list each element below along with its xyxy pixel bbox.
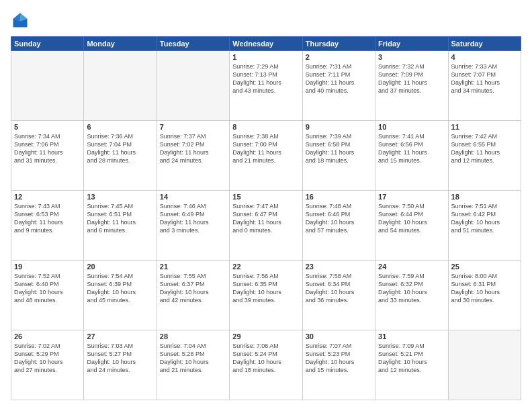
day-number: 22 bbox=[232, 263, 299, 271]
calendar-cell: 26Sunrise: 7:02 AM Sunset: 5:29 PM Dayli… bbox=[11, 330, 84, 400]
day-info: Sunrise: 7:29 AM Sunset: 7:13 PM Dayligh… bbox=[232, 62, 299, 95]
day-number: 3 bbox=[378, 53, 445, 61]
calendar-cell: 10Sunrise: 7:41 AM Sunset: 6:56 PM Dayli… bbox=[375, 121, 448, 191]
day-info: Sunrise: 7:39 AM Sunset: 6:58 PM Dayligh… bbox=[306, 132, 372, 165]
day-number: 4 bbox=[451, 53, 518, 61]
day-info: Sunrise: 7:07 AM Sunset: 5:23 PM Dayligh… bbox=[306, 342, 372, 375]
calendar-cell: 18Sunrise: 7:51 AM Sunset: 6:42 PM Dayli… bbox=[448, 191, 521, 261]
calendar-cell: 14Sunrise: 7:46 AM Sunset: 6:49 PM Dayli… bbox=[157, 191, 229, 261]
day-info: Sunrise: 7:38 AM Sunset: 7:00 PM Dayligh… bbox=[232, 132, 299, 165]
calendar-cell: 28Sunrise: 7:04 AM Sunset: 5:26 PM Dayli… bbox=[157, 330, 229, 400]
week-row-4: 19Sunrise: 7:52 AM Sunset: 6:40 PM Dayli… bbox=[11, 261, 521, 330]
day-number: 6 bbox=[87, 123, 153, 131]
page: SundayMondayTuesdayWednesdayThursdayFrid… bbox=[0, 0, 532, 411]
calendar-cell: 3Sunrise: 7:32 AM Sunset: 7:09 PM Daylig… bbox=[375, 51, 448, 121]
day-number: 17 bbox=[378, 193, 445, 201]
day-number: 15 bbox=[232, 193, 299, 201]
day-number: 25 bbox=[451, 263, 518, 271]
day-number: 1 bbox=[232, 53, 299, 61]
day-number: 21 bbox=[160, 263, 226, 271]
logo-icon bbox=[11, 11, 30, 30]
day-info: Sunrise: 7:43 AM Sunset: 6:53 PM Dayligh… bbox=[14, 202, 81, 235]
day-number: 13 bbox=[87, 193, 153, 201]
day-number: 20 bbox=[87, 263, 153, 271]
calendar-cell: 9Sunrise: 7:39 AM Sunset: 6:58 PM Daylig… bbox=[302, 121, 375, 191]
day-info: Sunrise: 7:03 AM Sunset: 5:27 PM Dayligh… bbox=[87, 342, 153, 375]
day-info: Sunrise: 7:58 AM Sunset: 6:34 PM Dayligh… bbox=[306, 272, 372, 305]
day-info: Sunrise: 7:02 AM Sunset: 5:29 PM Dayligh… bbox=[14, 342, 81, 375]
day-number: 31 bbox=[378, 332, 445, 340]
calendar-cell: 20Sunrise: 7:54 AM Sunset: 6:39 PM Dayli… bbox=[84, 261, 157, 330]
day-info: Sunrise: 7:31 AM Sunset: 7:11 PM Dayligh… bbox=[306, 62, 372, 95]
day-info: Sunrise: 7:42 AM Sunset: 6:55 PM Dayligh… bbox=[451, 132, 518, 165]
week-row-2: 5Sunrise: 7:34 AM Sunset: 7:06 PM Daylig… bbox=[11, 121, 521, 191]
day-number: 30 bbox=[306, 332, 372, 340]
day-info: Sunrise: 7:37 AM Sunset: 7:02 PM Dayligh… bbox=[160, 132, 226, 165]
calendar-cell bbox=[157, 51, 229, 121]
calendar-cell bbox=[448, 330, 521, 400]
calendar-cell: 7Sunrise: 7:37 AM Sunset: 7:02 PM Daylig… bbox=[157, 121, 229, 191]
day-info: Sunrise: 7:45 AM Sunset: 6:51 PM Dayligh… bbox=[87, 202, 153, 235]
day-number: 9 bbox=[306, 123, 372, 131]
day-info: Sunrise: 7:04 AM Sunset: 5:26 PM Dayligh… bbox=[160, 342, 226, 375]
calendar-cell: 2Sunrise: 7:31 AM Sunset: 7:11 PM Daylig… bbox=[302, 51, 375, 121]
calendar-cell: 4Sunrise: 7:33 AM Sunset: 7:07 PM Daylig… bbox=[448, 51, 521, 121]
calendar-cell: 21Sunrise: 7:55 AM Sunset: 6:37 PM Dayli… bbox=[157, 261, 229, 330]
day-number: 11 bbox=[451, 123, 518, 131]
day-info: Sunrise: 8:00 AM Sunset: 6:31 PM Dayligh… bbox=[451, 272, 518, 305]
week-row-5: 26Sunrise: 7:02 AM Sunset: 5:29 PM Dayli… bbox=[11, 330, 521, 400]
calendar-cell: 17Sunrise: 7:50 AM Sunset: 6:44 PM Dayli… bbox=[375, 191, 448, 261]
calendar-cell bbox=[11, 51, 84, 121]
calendar-cell: 15Sunrise: 7:47 AM Sunset: 6:47 PM Dayli… bbox=[230, 191, 302, 261]
day-number: 5 bbox=[14, 123, 81, 131]
weekday-header-row: SundayMondayTuesdayWednesdayThursdayFrid… bbox=[11, 37, 521, 51]
calendar-cell: 22Sunrise: 7:56 AM Sunset: 6:35 PM Dayli… bbox=[230, 261, 302, 330]
calendar-cell bbox=[84, 51, 157, 121]
weekday-header-friday: Friday bbox=[375, 37, 448, 51]
day-info: Sunrise: 7:55 AM Sunset: 6:37 PM Dayligh… bbox=[160, 272, 226, 305]
day-info: Sunrise: 7:59 AM Sunset: 6:32 PM Dayligh… bbox=[378, 272, 445, 305]
day-info: Sunrise: 7:47 AM Sunset: 6:47 PM Dayligh… bbox=[232, 202, 299, 235]
calendar-cell: 29Sunrise: 7:06 AM Sunset: 5:24 PM Dayli… bbox=[230, 330, 302, 400]
calendar-cell: 16Sunrise: 7:48 AM Sunset: 6:46 PM Dayli… bbox=[302, 191, 375, 261]
weekday-header-saturday: Saturday bbox=[448, 37, 521, 51]
day-number: 26 bbox=[14, 332, 81, 340]
day-number: 27 bbox=[87, 332, 153, 340]
day-info: Sunrise: 7:56 AM Sunset: 6:35 PM Dayligh… bbox=[232, 272, 299, 305]
day-info: Sunrise: 7:41 AM Sunset: 6:56 PM Dayligh… bbox=[378, 132, 445, 165]
calendar-cell: 31Sunrise: 7:09 AM Sunset: 5:21 PM Dayli… bbox=[375, 330, 448, 400]
day-info: Sunrise: 7:54 AM Sunset: 6:39 PM Dayligh… bbox=[87, 272, 153, 305]
weekday-header-wednesday: Wednesday bbox=[230, 37, 302, 51]
calendar-cell: 25Sunrise: 8:00 AM Sunset: 6:31 PM Dayli… bbox=[448, 261, 521, 330]
day-number: 29 bbox=[232, 332, 299, 340]
calendar-cell: 13Sunrise: 7:45 AM Sunset: 6:51 PM Dayli… bbox=[84, 191, 157, 261]
header bbox=[11, 11, 521, 30]
day-number: 14 bbox=[160, 193, 226, 201]
day-info: Sunrise: 7:09 AM Sunset: 5:21 PM Dayligh… bbox=[378, 342, 445, 375]
day-number: 18 bbox=[451, 193, 518, 201]
day-number: 8 bbox=[232, 123, 299, 131]
day-info: Sunrise: 7:06 AM Sunset: 5:24 PM Dayligh… bbox=[232, 342, 299, 375]
day-info: Sunrise: 7:50 AM Sunset: 6:44 PM Dayligh… bbox=[378, 202, 445, 235]
calendar-cell: 5Sunrise: 7:34 AM Sunset: 7:06 PM Daylig… bbox=[11, 121, 84, 191]
calendar-cell: 23Sunrise: 7:58 AM Sunset: 6:34 PM Dayli… bbox=[302, 261, 375, 330]
day-info: Sunrise: 7:51 AM Sunset: 6:42 PM Dayligh… bbox=[451, 202, 518, 235]
weekday-header-thursday: Thursday bbox=[302, 37, 375, 51]
week-row-3: 12Sunrise: 7:43 AM Sunset: 6:53 PM Dayli… bbox=[11, 191, 521, 261]
calendar-cell: 24Sunrise: 7:59 AM Sunset: 6:32 PM Dayli… bbox=[375, 261, 448, 330]
day-info: Sunrise: 7:34 AM Sunset: 7:06 PM Dayligh… bbox=[14, 132, 81, 165]
day-number: 19 bbox=[14, 263, 81, 271]
day-info: Sunrise: 7:33 AM Sunset: 7:07 PM Dayligh… bbox=[451, 62, 518, 95]
weekday-header-monday: Monday bbox=[84, 37, 157, 51]
day-info: Sunrise: 7:48 AM Sunset: 6:46 PM Dayligh… bbox=[306, 202, 372, 235]
week-row-1: 1Sunrise: 7:29 AM Sunset: 7:13 PM Daylig… bbox=[11, 51, 521, 121]
day-info: Sunrise: 7:46 AM Sunset: 6:49 PM Dayligh… bbox=[160, 202, 226, 235]
weekday-header-sunday: Sunday bbox=[11, 37, 84, 51]
day-number: 24 bbox=[378, 263, 445, 271]
day-number: 12 bbox=[14, 193, 81, 201]
day-number: 10 bbox=[378, 123, 445, 131]
calendar-cell: 19Sunrise: 7:52 AM Sunset: 6:40 PM Dayli… bbox=[11, 261, 84, 330]
day-info: Sunrise: 7:32 AM Sunset: 7:09 PM Dayligh… bbox=[378, 62, 445, 95]
day-number: 7 bbox=[160, 123, 226, 131]
calendar-table: SundayMondayTuesdayWednesdayThursdayFrid… bbox=[11, 36, 521, 400]
